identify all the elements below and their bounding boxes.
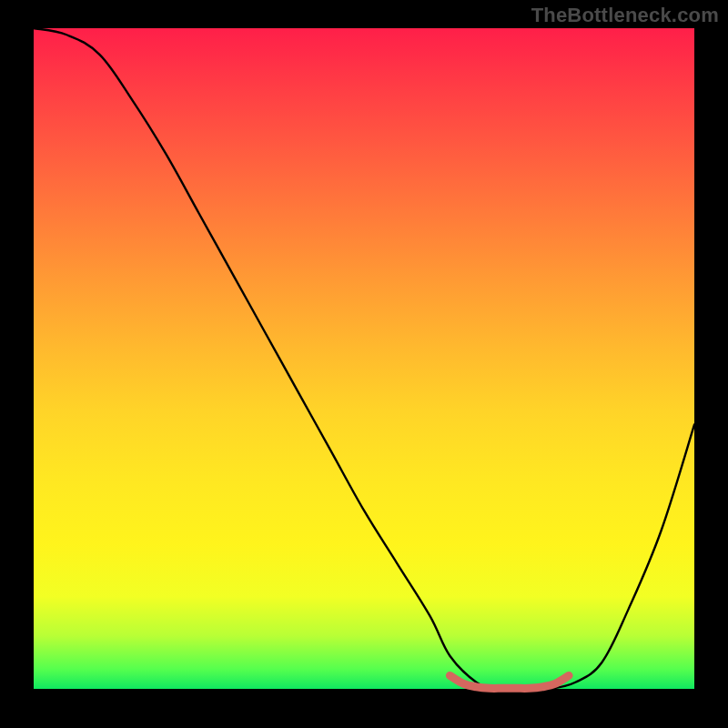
gradient-plot-area	[34, 28, 694, 689]
chart-container: TheBottleneck.com	[0, 0, 728, 728]
watermark-text: TheBottleneck.com	[531, 4, 719, 27]
